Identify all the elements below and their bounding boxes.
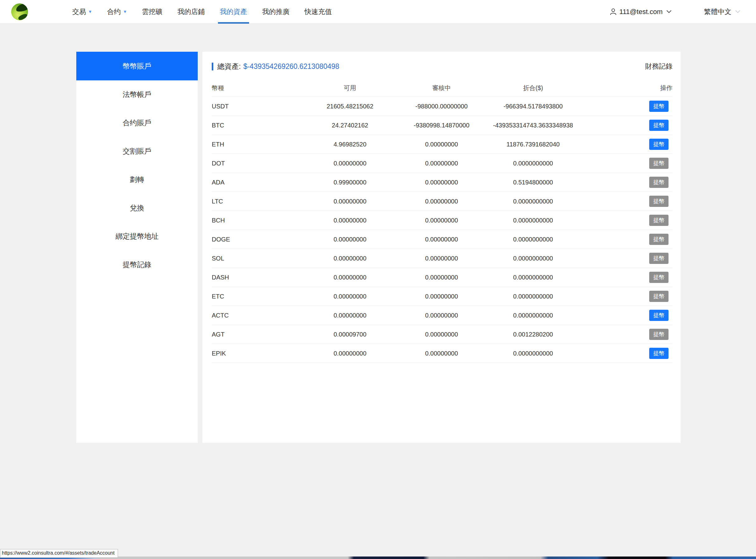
- site-logo[interactable]: [11, 3, 28, 20]
- converted-amount: -439353314743.3633348938: [487, 122, 579, 129]
- withdraw-button[interactable]: 提幣: [649, 253, 668, 264]
- action-cell: 提幣: [649, 215, 672, 226]
- user-account-menu[interactable]: 111@test.com: [610, 8, 674, 16]
- auditing-amount: 0.00000000: [396, 293, 487, 300]
- withdraw-button[interactable]: 提幣: [649, 215, 668, 226]
- table-row: EPIK 0.00000000 0.00000000 0.0000000000 …: [212, 344, 672, 363]
- action-cell: 提幣: [649, 139, 672, 150]
- action-cell: 提幣: [649, 196, 672, 207]
- withdraw-button[interactable]: 提幣: [649, 310, 668, 321]
- action-cell: 提幣: [649, 329, 672, 340]
- nav-item-label: 交易: [72, 7, 86, 17]
- converted-amount: 0.0000000000: [487, 198, 579, 205]
- language-selector[interactable]: 繁體中文: [704, 7, 740, 17]
- auditing-amount: 0.00000000: [396, 217, 487, 224]
- available-amount: 0.00000000: [304, 217, 396, 224]
- finance-records-link[interactable]: 財務記錄: [645, 62, 672, 71]
- sidebar-item-label: 提幣記錄: [123, 260, 151, 270]
- col-header-available: 可用: [304, 84, 396, 92]
- converted-amount: 0.0000000000: [487, 236, 579, 243]
- available-amount: 0.00000000: [304, 274, 396, 281]
- converted-amount: 0.0000000000: [487, 350, 579, 357]
- table-row: SOL 0.00000000 0.00000000 0.0000000000 提…: [212, 249, 672, 268]
- auditing-amount: 0.00000000: [396, 350, 487, 357]
- available-amount: 0.00000000: [304, 350, 396, 357]
- withdraw-button[interactable]: 提幣: [649, 329, 668, 340]
- title-accent-bar: [212, 63, 213, 70]
- auditing-amount: 0.00000000: [396, 160, 487, 167]
- nav-item-label: 合约: [107, 7, 121, 17]
- nav-item-3[interactable]: 我的店鋪: [170, 0, 212, 24]
- coin-name: DOGE: [212, 236, 304, 243]
- sidebar-item-7[interactable]: 提幣記錄: [76, 250, 198, 279]
- coin-name: USDT: [212, 103, 304, 110]
- auditing-amount: 0.00000000: [396, 236, 487, 243]
- action-cell: 提幣: [649, 253, 672, 264]
- coin-name: ACTC: [212, 312, 304, 319]
- nav-item-6[interactable]: 快速充值: [297, 0, 339, 24]
- converted-amount: 0.5194800000: [487, 179, 579, 186]
- auditing-amount: 0.00000000: [396, 312, 487, 319]
- table-row: ADA 0.99900000 0.00000000 0.5194800000 提…: [212, 173, 672, 192]
- withdraw-button[interactable]: 提幣: [649, 291, 668, 302]
- action-cell: 提幣: [649, 272, 672, 283]
- sidebar-item-label: 法幣帳戶: [123, 90, 151, 99]
- coin-name: ETH: [212, 141, 304, 148]
- available-amount: 0.00009700: [304, 331, 396, 338]
- withdraw-button[interactable]: 提幣: [649, 177, 668, 188]
- table-row: DASH 0.00000000 0.00000000 0.0000000000 …: [212, 268, 672, 287]
- nav-item-1[interactable]: 合约 ▼: [100, 0, 135, 24]
- withdraw-button[interactable]: 提幣: [649, 196, 668, 207]
- assets-sidebar: 幣幣賬戶 法幣帳戶 合约賬戶 交割賬戶 劃轉 兌換 綁定提幣地址 提幣記錄: [76, 52, 198, 443]
- nav-item-2[interactable]: 雲挖礦: [135, 0, 170, 24]
- sidebar-item-0[interactable]: 幣幣賬戶: [76, 52, 198, 81]
- withdraw-button[interactable]: 提幣: [649, 234, 668, 245]
- converted-amount: 11876.7391682040: [487, 141, 579, 148]
- available-amount: 0.00000000: [304, 236, 396, 243]
- user-email: 111@test.com: [619, 8, 663, 16]
- assets-main-panel: 總資產: $-439354269260.6213080498 財務記錄 幣種 可…: [203, 52, 681, 443]
- nav-item-label: 我的資產: [220, 7, 247, 17]
- action-cell: 提幣: [649, 291, 672, 302]
- table-row: ETC 0.00000000 0.00000000 0.0000000000 提…: [212, 287, 672, 306]
- sidebar-item-2[interactable]: 合约賬戶: [76, 109, 198, 137]
- sidebar-item-1[interactable]: 法幣帳戶: [76, 81, 198, 109]
- converted-amount: 0.0000000000: [487, 274, 579, 281]
- chevron-down-icon: [666, 10, 671, 14]
- col-header-coin: 幣種: [212, 84, 304, 92]
- withdraw-button[interactable]: 提幣: [649, 348, 668, 359]
- sidebar-item-3[interactable]: 交割賬戶: [76, 137, 198, 165]
- total-assets-value: $-439354269260.6213080498: [243, 62, 339, 71]
- withdraw-button[interactable]: 提幣: [649, 158, 668, 169]
- total-assets-label: 總資產:: [217, 62, 241, 71]
- auditing-amount: 0.00000000: [396, 331, 487, 338]
- withdraw-button[interactable]: 提幣: [649, 120, 668, 131]
- sidebar-item-4[interactable]: 劃轉: [76, 165, 198, 194]
- nav-item-5[interactable]: 我的推廣: [255, 0, 297, 24]
- caret-down-icon: ▼: [88, 9, 92, 14]
- converted-amount: 0.0000000000: [487, 255, 579, 262]
- available-amount: 0.00000000: [304, 198, 396, 205]
- withdraw-button[interactable]: 提幣: [649, 272, 668, 283]
- sidebar-item-label: 合约賬戶: [123, 118, 151, 128]
- nav-item-4[interactable]: 我的資產: [212, 0, 255, 24]
- total-assets-row: 總資產: $-439354269260.6213080498 財務記錄: [212, 57, 672, 76]
- table-row: ACTC 0.00000000 0.00000000 0.0000000000 …: [212, 306, 672, 325]
- col-header-action: 操作: [660, 84, 672, 92]
- converted-amount: 0.0000000000: [487, 217, 579, 224]
- nav-item-0[interactable]: 交易 ▼: [65, 0, 100, 24]
- language-label: 繁體中文: [704, 7, 731, 17]
- coin-name: ETC: [212, 293, 304, 300]
- available-amount: 24.27402162: [304, 122, 396, 129]
- sidebar-item-label: 劃轉: [130, 175, 144, 184]
- available-amount: 0.00000000: [304, 160, 396, 167]
- action-cell: 提幣: [649, 120, 672, 131]
- converted-amount: 0.0000000000: [487, 160, 579, 167]
- withdraw-button[interactable]: 提幣: [649, 100, 668, 112]
- sidebar-item-5[interactable]: 兌換: [76, 194, 198, 222]
- table-row: BTC 24.27402162 -9380998.14870000 -43935…: [212, 116, 672, 135]
- withdraw-button[interactable]: 提幣: [649, 139, 668, 150]
- sidebar-item-6[interactable]: 綁定提幣地址: [76, 222, 198, 250]
- user-icon: [610, 8, 617, 15]
- table-row: LTC 0.00000000 0.00000000 0.0000000000 提…: [212, 192, 672, 211]
